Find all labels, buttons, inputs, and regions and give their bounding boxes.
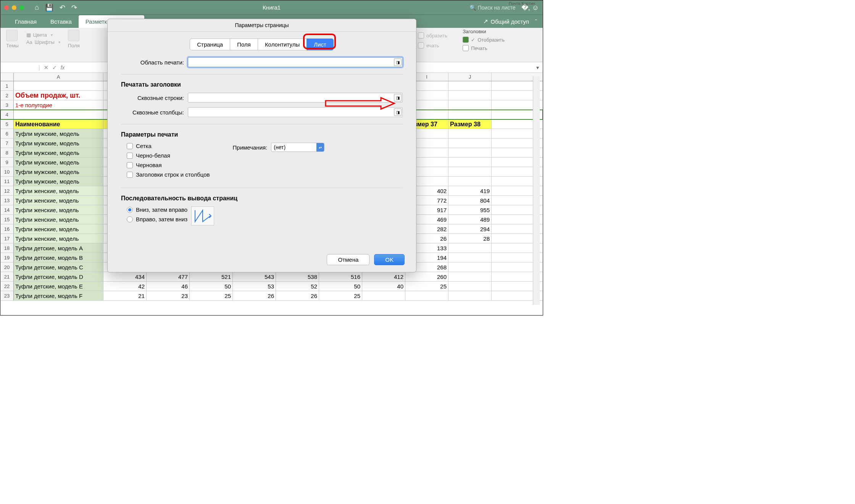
row-header[interactable]: 17 <box>0 234 14 243</box>
scrollbar-vertical[interactable] <box>533 76 540 305</box>
tab-header-footer[interactable]: Колонтитулы <box>258 39 307 50</box>
cell[interactable]: Размер 38 <box>448 119 492 129</box>
range-select-icon[interactable]: ◨ <box>394 58 402 66</box>
cell[interactable]: 25 <box>190 291 233 300</box>
tab-home[interactable]: Главная <box>8 15 44 28</box>
cell[interactable]: Туфли детские, модель C <box>14 262 103 272</box>
maximize-icon[interactable] <box>19 5 24 10</box>
range-select-rows-icon[interactable]: ◨ <box>394 94 402 101</box>
share-button[interactable]: ↗ Общий доступ ˆ <box>478 15 543 28</box>
cell[interactable]: Туфли детские, модель E <box>14 282 103 291</box>
cell[interactable]: 538 <box>276 272 319 281</box>
row-header[interactable]: 14 <box>0 205 14 214</box>
cell[interactable]: 804 <box>448 196 492 205</box>
cell[interactable]: 516 <box>319 272 362 281</box>
col-A[interactable]: A <box>14 73 103 81</box>
gridlines-cb[interactable]: Сетка <box>127 143 210 149</box>
themes-button[interactable] <box>6 30 19 41</box>
cell[interactable]: 419 <box>448 186 492 195</box>
comments-select[interactable]: (нет)▴▾ <box>271 143 324 152</box>
cell[interactable]: 23 <box>147 291 190 300</box>
cell[interactable]: 412 <box>362 272 405 281</box>
cell[interactable] <box>448 158 492 167</box>
cell[interactable]: Туфли мужские, модель <box>14 138 103 148</box>
cell[interactable]: 26 <box>276 291 319 300</box>
row-header[interactable]: 6 <box>0 129 14 138</box>
cell[interactable]: 40 <box>362 282 405 291</box>
row-header[interactable]: 8 <box>0 148 14 157</box>
cell[interactable]: 42 <box>103 282 147 291</box>
cell[interactable] <box>362 291 405 300</box>
cell[interactable] <box>405 291 448 300</box>
cols-repeat-input[interactable]: ◨ <box>188 107 403 117</box>
save-icon[interactable]: 💾 <box>45 3 53 12</box>
row-header[interactable]: 2 <box>0 91 14 100</box>
cell[interactable]: 477 <box>147 272 190 281</box>
redo-icon[interactable]: ↷ <box>71 3 77 12</box>
cell[interactable]: Объем продаж, шт. <box>14 91 103 100</box>
cell[interactable] <box>448 272 492 281</box>
cell[interactable]: 294 <box>448 224 492 233</box>
row-header[interactable]: 3 <box>0 100 14 109</box>
cell[interactable]: Туфли мужские, модель <box>14 167 103 176</box>
cell[interactable]: Наименование <box>14 119 103 129</box>
row-header[interactable]: 22 <box>0 282 14 291</box>
show-headings-cb[interactable]: ✓ Отобразить <box>463 37 505 43</box>
cell[interactable]: Туфли детские, модель D <box>14 272 103 281</box>
row-header[interactable]: 9 <box>0 158 14 167</box>
print-area-input[interactable]: ◨ <box>188 57 403 67</box>
cell[interactable]: 26 <box>233 291 276 300</box>
row-header[interactable]: 18 <box>0 243 14 253</box>
cell[interactable]: 53 <box>233 282 276 291</box>
row-header[interactable]: 15 <box>0 215 14 224</box>
cell[interactable] <box>448 262 492 272</box>
cell[interactable]: Туфли женские, модель <box>14 224 103 233</box>
cell[interactable]: 260 <box>405 272 448 281</box>
fonts-button[interactable]: Aa Шрифты▾ <box>26 39 60 45</box>
row-header[interactable]: 1 <box>0 81 14 90</box>
cell[interactable]: Туфли женские, модель <box>14 234 103 243</box>
cell[interactable]: Туфли мужские, модель <box>14 177 103 186</box>
cell[interactable]: 46 <box>147 282 190 291</box>
print-partial-cb[interactable]: ечать <box>418 42 447 48</box>
colors-button[interactable]: ▦ Цвета▾ <box>26 32 60 38</box>
cell[interactable]: Туфли детские, модель B <box>14 253 103 262</box>
cell[interactable]: Туфли женские, модель <box>14 215 103 224</box>
close-icon[interactable] <box>4 5 9 10</box>
draft-cb[interactable]: Черновая <box>127 162 210 168</box>
tab-margins[interactable]: Поля <box>230 39 258 50</box>
cell[interactable]: Туфли женские, модель <box>14 186 103 195</box>
minimize-icon[interactable] <box>12 5 16 10</box>
cell[interactable]: 955 <box>448 205 492 214</box>
row-header[interactable]: 19 <box>0 253 14 262</box>
cell[interactable]: 521 <box>190 272 233 281</box>
select-all-corner[interactable] <box>0 73 14 81</box>
row-header[interactable]: 7 <box>0 138 14 148</box>
cell[interactable]: 25 <box>319 291 362 300</box>
cell[interactable] <box>448 177 492 186</box>
accept-formula-icon[interactable]: ✓ <box>52 64 57 71</box>
cell[interactable]: 50 <box>190 282 233 291</box>
cell[interactable]: 543 <box>233 272 276 281</box>
cell[interactable]: 21 <box>103 291 147 300</box>
cell[interactable]: Туфли детские, модель A <box>14 243 103 253</box>
cell[interactable]: 28 <box>448 234 492 243</box>
undo-icon[interactable]: ↶ <box>60 3 65 12</box>
tab-insert[interactable]: Вставка <box>44 15 79 28</box>
row-header[interactable]: 11 <box>0 177 14 186</box>
cell[interactable] <box>448 148 492 157</box>
cancel-formula-icon[interactable]: ✕ <box>44 64 48 71</box>
cell[interactable] <box>448 167 492 176</box>
row-header[interactable]: 21 <box>0 272 14 281</box>
cell[interactable] <box>448 129 492 138</box>
home-icon[interactable]: ⌂ <box>35 3 39 11</box>
down-then-over-radio[interactable]: Вниз, затем вправо <box>127 206 187 213</box>
cell[interactable]: 25 <box>405 282 448 291</box>
cell[interactable] <box>448 243 492 253</box>
row-header[interactable]: 4 <box>0 110 14 119</box>
cell[interactable] <box>448 81 492 90</box>
row-header[interactable]: 13 <box>0 196 14 205</box>
cell[interactable] <box>14 81 103 90</box>
over-then-down-radio[interactable]: Вправо, затем вниз <box>127 216 187 222</box>
cell[interactable] <box>448 138 492 148</box>
